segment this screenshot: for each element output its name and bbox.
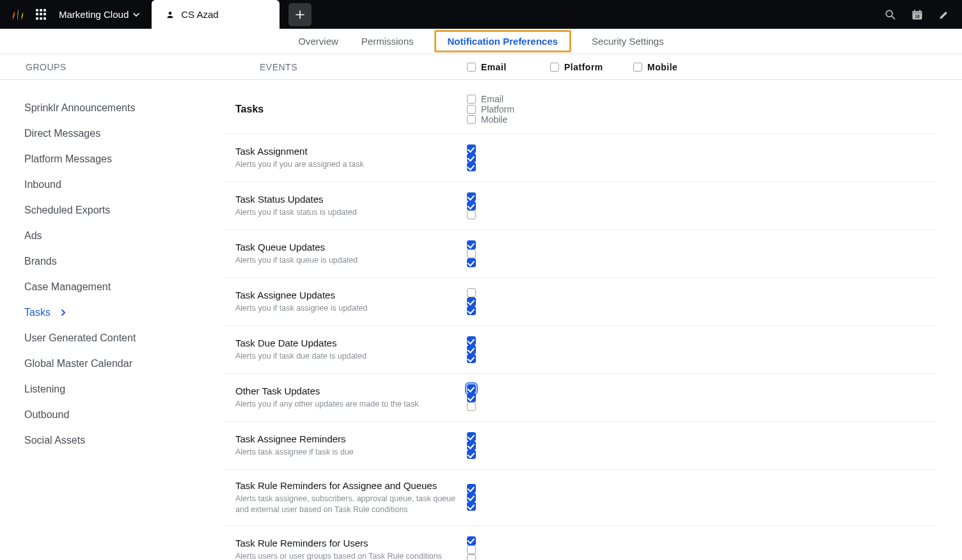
event-mobile-checkbox[interactable] [467,554,476,560]
sidebar-item[interactable]: Sprinklr Announcements [24,95,205,121]
event-email-checkbox[interactable] [467,240,476,249]
checkbox-cell [467,354,550,363]
event-mobile-checkbox[interactable] [467,354,476,363]
event-platform-checkbox[interactable] [467,201,476,210]
sidebar-item[interactable]: Ads [24,223,205,249]
checkbox-cell [467,144,550,153]
checkbox-cell [467,554,550,560]
sidebar-item[interactable]: Listening [24,377,205,402]
sidebar-item[interactable]: Brands [24,249,205,274]
event-name: Task Due Date Updates [235,338,467,348]
active-tab[interactable]: CS Azad [152,0,280,29]
event-email-checkbox[interactable] [467,484,476,493]
event-platform-checkbox[interactable] [467,493,476,502]
event-mobile-checkbox[interactable] [467,402,476,411]
event-name: Other Task Updates [235,385,467,396]
event-email-checkbox[interactable] [467,536,476,545]
channel-label: Email [481,62,507,72]
event-desc: Alerts you if you are assigned a task [235,159,456,170]
apps-grid-icon[interactable] [36,9,47,20]
channel-master-checkbox[interactable] [467,95,476,104]
event-info: Task Due Date UpdatesAlerts you if task … [224,338,467,362]
calendar-icon[interactable]: 18 [911,8,924,21]
event-platform-checkbox[interactable] [467,249,476,258]
event-mobile-checkbox[interactable] [467,162,476,171]
event-row: Task Due Date UpdatesAlerts you if task … [224,326,936,374]
sidebar-item[interactable]: Platform Messages [24,146,205,172]
event-desc: Alerts you if task due date is updated [235,351,456,362]
event-platform-checkbox[interactable] [467,345,476,354]
checkbox-cell [467,297,550,306]
add-tab-button[interactable] [288,3,311,26]
event-checkboxes [467,484,550,511]
sidebar-item[interactable]: Scheduled Exports [24,198,205,223]
channel-master-checkbox[interactable] [633,63,642,72]
event-mobile-checkbox[interactable] [467,502,476,511]
checkbox-cell [467,201,550,210]
checkbox-cell [467,192,550,201]
sidebar-item[interactable]: Case Management [24,274,205,300]
event-info: Task Assignee UpdatesAlerts you if task … [224,290,467,314]
channel-column: Email [467,94,550,104]
subnav-tab[interactable]: Permissions [359,31,416,52]
event-platform-checkbox[interactable] [467,297,476,306]
checkbox-cell [467,153,550,162]
event-email-checkbox[interactable] [467,336,476,345]
section-title: Tasks [224,104,467,115]
event-mobile-checkbox[interactable] [467,306,476,315]
channel-master-checkbox[interactable] [467,105,476,114]
checkbox-cell [467,432,550,441]
subnav-tab[interactable]: Overview [296,31,341,52]
channel-master-checkbox[interactable] [550,63,559,72]
channel-master-checkbox[interactable] [467,63,476,72]
event-name: Task Assignment [235,146,467,157]
event-row: Task Assignee UpdatesAlerts you if task … [224,278,936,326]
sidebar-item[interactable]: User Generated Content [24,325,205,351]
sidebar-item-label: Inbound [24,179,61,191]
sidebar-item[interactable]: Social Assets [24,428,205,453]
event-info: Task Assignee RemindersAlerts task assig… [224,433,467,458]
events-header: EVENTS [224,62,467,72]
event-desc: Alerts users or user groups based on Tas… [235,551,456,560]
event-email-checkbox[interactable] [467,192,476,201]
event-email-checkbox[interactable] [467,384,476,393]
checkbox-cell [467,502,550,511]
channel-column: Mobile [633,62,716,72]
column-header-row: GROUPS EVENTS EmailPlatformMobile [0,54,962,80]
event-mobile-checkbox[interactable] [467,210,476,219]
event-mobile-checkbox[interactable] [467,450,476,459]
event-platform-checkbox[interactable] [467,153,476,162]
event-row: Other Task UpdatesAlerts you if any othe… [224,374,936,422]
search-icon[interactable] [884,8,897,21]
sidebar-item[interactable]: Global Master Calendar [24,351,205,377]
event-email-checkbox[interactable] [467,432,476,441]
event-email-checkbox[interactable] [467,288,476,297]
event-desc: Alerts you if any other updates are made… [235,399,456,410]
cloud-switcher[interactable]: Marketing Cloud [59,9,140,20]
event-info: Other Task UpdatesAlerts you if any othe… [224,385,467,410]
event-row: Task Assignee RemindersAlerts task assig… [224,422,936,470]
subnav-tab[interactable]: Notification Preferences [434,30,572,52]
event-email-checkbox[interactable] [467,144,476,153]
sidebar-item[interactable]: Outbound [24,402,205,428]
sidebar-item[interactable]: Tasks [24,300,205,325]
sidebar-item[interactable]: Direct Messages [24,121,205,146]
subnav-tab[interactable]: Security Settings [589,31,666,52]
event-row: Task AssignmentAlerts you if you are ass… [224,134,936,182]
checkbox-cell [467,306,550,315]
event-platform-checkbox[interactable] [467,545,476,554]
event-platform-checkbox[interactable] [467,441,476,450]
top-bar: Marketing Cloud CS Azad 18 [0,0,962,29]
sidebar-item[interactable]: Inbound [24,172,205,198]
event-checkboxes [467,336,550,363]
event-row: Task Queue UpdatesAlerts you if task que… [224,230,936,278]
checkbox-cell [467,536,550,545]
topbar-actions: 18 [884,0,950,29]
event-checkboxes [467,192,550,219]
event-mobile-checkbox[interactable] [467,258,476,267]
event-checkboxes [467,432,550,459]
user-icon [166,10,175,19]
channel-master-checkbox[interactable] [467,115,476,124]
edit-icon[interactable] [938,8,950,21]
event-platform-checkbox[interactable] [467,393,476,402]
